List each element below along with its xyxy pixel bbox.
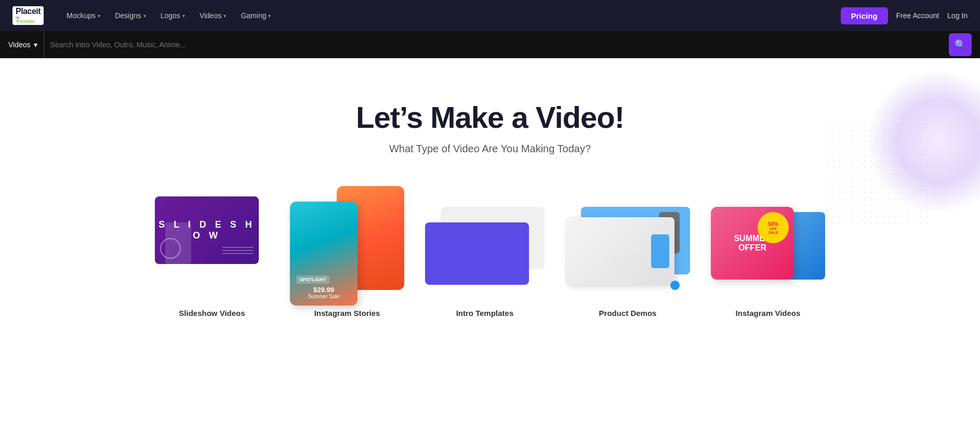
stories-text: Summer Sale — [296, 294, 351, 299]
slideshow-figure-decoration — [165, 222, 191, 264]
product-front-card — [565, 217, 674, 285]
igvid-sale-pct: 50% — [768, 221, 778, 227]
chevron-down-icon: ▾ — [34, 41, 37, 49]
intro-visual — [425, 207, 545, 300]
free-account-button[interactable]: Free Account — [896, 11, 939, 20]
stories-tag: SPOTLIGHT — [296, 275, 329, 284]
chevron-down-icon: ▾ — [223, 13, 226, 19]
nav-item-designs[interactable]: Designs ▾ — [109, 7, 152, 24]
stories-front-card: SPOTLIGHT $29.99 Summer Sale — [290, 202, 357, 306]
search-icon: 🔍 — [955, 39, 966, 50]
igvid-front-card: 50% OFF SALE SUMMER OFFER — [711, 207, 794, 280]
logo[interactable]: Placeit by ✦envato — [12, 6, 44, 25]
logo-text: Placeit — [16, 7, 41, 16]
product-blue-dot — [670, 281, 680, 290]
search-category-selector[interactable]: Videos ▾ — [8, 31, 44, 58]
slideshow-lines-decoration — [222, 245, 254, 256]
stories-label: Instagram Stories — [314, 309, 380, 318]
intro-front-card — [425, 222, 529, 285]
nav-items: Mockups ▾ Designs ▾ Logos ▾ Videos ▾ Gam… — [60, 7, 837, 24]
chevron-down-icon: ▾ — [268, 13, 271, 19]
search-category-label: Videos — [8, 41, 31, 49]
nav-item-videos[interactable]: Videos ▾ — [193, 7, 233, 24]
igvid-label: Instagram Videos — [736, 309, 801, 318]
card-intro[interactable]: Intro Templates — [425, 207, 545, 318]
nav-right: Pricing Free Account Log In — [841, 7, 968, 24]
slideshow-visual: S l i d e s h o w — [155, 196, 269, 300]
search-input[interactable] — [50, 41, 945, 49]
product-visual — [565, 207, 690, 300]
intro-label: Intro Templates — [456, 309, 514, 318]
search-button[interactable]: 🔍 — [949, 33, 972, 56]
chevron-down-icon: ▾ — [143, 13, 146, 19]
chevron-down-icon: ▾ — [182, 13, 185, 19]
chevron-down-icon: ▾ — [98, 13, 100, 19]
igvid-sale-badge: 50% OFF SALE — [758, 212, 789, 243]
logo-envato: ✦envato — [16, 19, 35, 24]
stories-visual: SPOTLIGHT $29.99 Summer Sale — [290, 186, 404, 300]
search-bar: Videos ▾ 🔍 — [0, 31, 980, 58]
login-button[interactable]: Log In — [947, 11, 968, 20]
igvid-sale-off: OFF — [770, 227, 777, 231]
card-instagram-videos[interactable]: 50% OFF SALE SUMMER OFFER Instagram Vide… — [711, 207, 825, 318]
pricing-button[interactable]: Pricing — [841, 7, 888, 24]
nav-item-gaming[interactable]: Gaming ▾ — [234, 7, 277, 24]
nav-item-mockups[interactable]: Mockups ▾ — [60, 7, 107, 24]
slideshow-card-bg: S l i d e s h o w — [155, 196, 259, 264]
product-label: Product Demos — [599, 309, 657, 318]
card-product[interactable]: Product Demos — [565, 207, 690, 318]
hero-section: Let’s Make a Video! What Type of Video A… — [0, 58, 980, 354]
igvid-sale-word: SALE — [769, 231, 778, 234]
stories-price: $29.99 — [296, 286, 351, 294]
slideshow-label: Slideshow Videos — [179, 309, 245, 318]
card-instagram-stories[interactable]: SPOTLIGHT $29.99 Summer Sale Instagram S… — [290, 186, 404, 318]
navbar: Placeit by ✦envato Mockups ▾ Designs ▾ L… — [0, 0, 980, 31]
igvid-visual: 50% OFF SALE SUMMER OFFER — [711, 207, 825, 300]
product-small-phone — [651, 234, 669, 268]
nav-item-logos[interactable]: Logos ▾ — [154, 7, 191, 24]
card-slideshow[interactable]: S l i d e s h o w Slideshow Videos — [155, 196, 269, 318]
hero-dots-decoration — [824, 121, 928, 224]
